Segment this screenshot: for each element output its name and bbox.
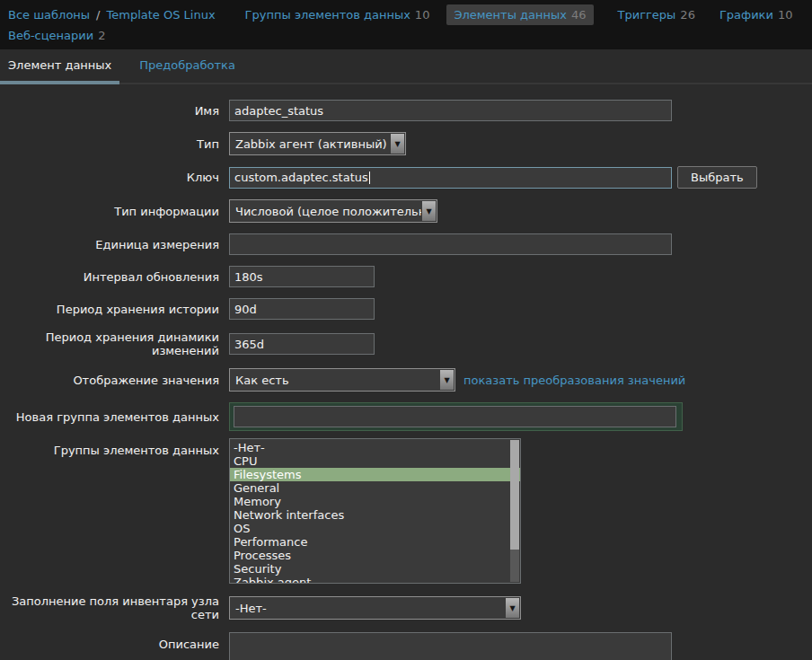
- nav-item-items[interactable]: Элементы данных46: [446, 4, 593, 25]
- update-interval-label: Интервал обновления: [0, 270, 219, 284]
- show-value-mappings-link[interactable]: показать преобразования значений: [463, 374, 685, 387]
- nav-item-count: 10: [778, 8, 793, 22]
- name-input[interactable]: [229, 100, 672, 121]
- units-input[interactable]: [229, 233, 672, 255]
- nav-item-label: Веб-сценарии: [8, 29, 93, 42]
- trends-label: Период хранения динамики изменений: [0, 330, 219, 357]
- tab-item[interactable]: Элемент данных: [0, 49, 119, 84]
- form-row-value-map: Отображение значения Как есть ▼ показать…: [0, 368, 812, 392]
- info-type-select-value: Числовой (целое положительное): [235, 205, 421, 218]
- nav-item-count: 46: [571, 8, 587, 22]
- listbox-option[interactable]: OS: [230, 522, 520, 535]
- listbox-option[interactable]: Security: [230, 562, 520, 576]
- breadcrumb-template-link[interactable]: Template OS Linux: [107, 6, 216, 23]
- listbox-option[interactable]: -Нет-: [230, 441, 520, 454]
- trends-input[interactable]: [229, 333, 375, 355]
- item-form: Имя Тип Zabbix агент (активный) ▼ Ключ c…: [0, 84, 812, 660]
- value-map-select-value: Как есть: [235, 374, 439, 387]
- key-input[interactable]: custom.adaptec.status: [229, 167, 672, 189]
- app-groups-label: Группы элементов данных: [0, 438, 219, 457]
- nav-row-1: Все шаблоны / Template OS Linux Группы э…: [8, 4, 804, 25]
- inventory-label: Заполнение поля инвентаря узла сети: [0, 594, 219, 621]
- inventory-select[interactable]: -Нет- ▼: [229, 596, 521, 620]
- nav-item-item-groups[interactable]: Группы элементов данных10: [245, 6, 430, 23]
- chevron-down-icon: ▼: [422, 201, 436, 221]
- listbox-option[interactable]: Network interfaces: [230, 508, 520, 522]
- key-input-value: custom.adaptec.status: [234, 171, 368, 184]
- description-label: Описание: [0, 632, 219, 651]
- item-groups-listbox[interactable]: -Нет- CPU Filesystems General Memory Net…: [229, 438, 521, 584]
- form-row-units: Единица измерения: [0, 233, 812, 255]
- nav-item-label: Группы элементов данных: [245, 8, 410, 22]
- type-label: Тип: [0, 137, 219, 151]
- nav-item-label: Графики: [719, 8, 773, 22]
- form-row-key: Ключ custom.adaptec.status Выбрать: [0, 166, 812, 189]
- listbox-option[interactable]: Performance: [230, 535, 520, 549]
- nav-item-web-scenarios[interactable]: Веб-сценарии2: [8, 27, 106, 44]
- nav-row-2: Веб-сценарии2: [8, 27, 804, 44]
- description-textarea[interactable]: [229, 632, 672, 660]
- history-label: Период хранения истории: [0, 303, 219, 316]
- form-row-history: Период хранения истории: [0, 298, 812, 320]
- listbox-option[interactable]: General: [230, 481, 520, 495]
- listbox-option[interactable]: Memory: [230, 495, 520, 508]
- listbox-option[interactable]: Processes: [230, 549, 520, 562]
- type-select[interactable]: Zabbix агент (активный) ▼: [229, 132, 406, 155]
- form-tabbar: Элемент данных Предобработка: [0, 49, 812, 84]
- nav-item-label: Элементы данных: [454, 8, 567, 22]
- chevron-down-icon: ▼: [440, 370, 454, 390]
- nav-item-count: 10: [415, 8, 430, 22]
- info-type-select[interactable]: Числовой (целое положительное) ▼: [229, 199, 437, 223]
- form-row-info-type: Тип информации Числовой (целое положител…: [0, 199, 812, 223]
- listbox-option[interactable]: CPU: [230, 454, 520, 468]
- tab-preprocessing[interactable]: Предобработка: [131, 49, 243, 84]
- form-row-inventory: Заполнение поля инвентаря узла сети -Нет…: [0, 594, 812, 621]
- listbox-scrollbar[interactable]: [510, 440, 519, 582]
- value-map-label: Отображение значения: [0, 374, 219, 387]
- form-row-type: Тип Zabbix агент (активный) ▼: [0, 132, 812, 155]
- inventory-select-value: -Нет-: [235, 602, 505, 615]
- key-select-button[interactable]: Выбрать: [677, 166, 757, 189]
- nav-item-count: 2: [98, 29, 105, 42]
- text-caret: [369, 172, 370, 184]
- name-label: Имя: [0, 104, 219, 118]
- info-type-label: Тип информации: [0, 205, 219, 218]
- form-row-trends: Период хранения динамики изменений: [0, 330, 812, 357]
- chevron-down-icon: ▼: [391, 134, 404, 154]
- zabbix-item-config-screen: Все шаблоны / Template OS Linux Группы э…: [0, 0, 812, 660]
- scrollbar-thumb[interactable]: [510, 440, 519, 550]
- chevron-down-icon: ▼: [506, 598, 519, 618]
- form-row-name: Имя: [0, 100, 812, 121]
- units-label: Единица измерения: [0, 238, 219, 251]
- update-interval-input[interactable]: [229, 266, 375, 287]
- form-row-update-interval: Интервал обновления: [0, 266, 812, 287]
- new-app-group-highlight: [229, 402, 683, 431]
- nav-item-count: 26: [680, 8, 695, 22]
- type-select-value: Zabbix агент (активный): [235, 137, 390, 151]
- breadcrumb-all-templates-link[interactable]: Все шаблоны: [8, 6, 90, 23]
- history-input[interactable]: [229, 298, 375, 320]
- form-row-app-groups: Группы элементов данных -Нет- CPU Filesy…: [0, 438, 812, 584]
- top-navigation: Все шаблоны / Template OS Linux Группы э…: [0, 0, 812, 49]
- new-app-group-label: Новая группа элементов данных: [0, 410, 219, 424]
- listbox-option-selected[interactable]: Filesystems: [230, 468, 520, 481]
- form-row-description: Описание: [0, 632, 812, 660]
- nav-item-graphs[interactable]: Графики10: [719, 6, 793, 23]
- value-map-select[interactable]: Как есть ▼: [229, 368, 455, 392]
- listbox-option[interactable]: Zabbix agent: [230, 576, 520, 584]
- new-app-group-input[interactable]: [234, 406, 676, 427]
- form-row-new-app-group: Новая группа элементов данных: [0, 402, 812, 431]
- nav-item-triggers[interactable]: Триггеры26: [618, 6, 695, 23]
- breadcrumb-separator: /: [96, 6, 100, 23]
- key-label: Ключ: [0, 171, 219, 184]
- nav-item-label: Триггеры: [618, 8, 676, 22]
